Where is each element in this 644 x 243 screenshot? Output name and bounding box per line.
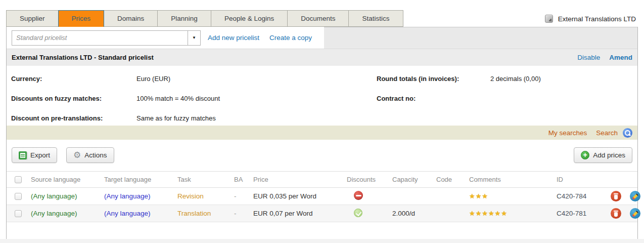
source-language-cell[interactable]: (Any language) xyxy=(31,192,104,200)
comments-stars: ★★★ xyxy=(469,192,557,200)
column-header-capacity: Capacity xyxy=(392,176,436,183)
price-cell: EUR 0,07 per Word xyxy=(253,210,347,217)
column-header-ba: BA xyxy=(234,176,253,183)
pricelist-title: External Translations LTD - Standard pri… xyxy=(12,54,154,61)
id-cell: C420-784 xyxy=(557,192,606,200)
row-checkbox[interactable] xyxy=(15,210,22,217)
actions-label: Actions xyxy=(84,151,107,159)
pricelist-bar: Standard pricelist ▼ Add new pricelist C… xyxy=(7,27,637,49)
target-language-cell[interactable]: (Any language) xyxy=(104,210,177,217)
actions-button[interactable]: ⚙ Actions xyxy=(66,147,114,163)
pricelist-select[interactable]: Standard pricelist ▼ xyxy=(12,30,201,46)
tab-bar: SupplierPricesDomainsPlanningPeople & Lo… xyxy=(6,10,638,27)
source-language-cell[interactable]: (Any language) xyxy=(31,210,104,217)
company-icon xyxy=(545,15,553,23)
column-header-comments: Comments xyxy=(469,176,557,183)
round-totals-label: Round totals (in invoices): xyxy=(377,75,459,83)
prices-table: Source languageTarget languageTaskBAPric… xyxy=(7,171,637,222)
edit-icon[interactable] xyxy=(630,191,640,201)
currency-label: Currency: xyxy=(11,75,42,83)
toolbar: Export ⚙ Actions + Add prices xyxy=(7,140,637,171)
search-link[interactable]: Search xyxy=(596,129,618,137)
table-row: (Any language)(Any language)Translation-… xyxy=(7,205,637,222)
column-header-source-language: Source language xyxy=(31,176,104,183)
delete-icon[interactable] xyxy=(611,208,621,219)
plus-icon: + xyxy=(581,151,589,159)
tab-domains[interactable]: Domains xyxy=(104,10,158,27)
task-cell[interactable]: Revision xyxy=(177,192,234,200)
page: SupplierPricesDomainsPlanningPeople & Lo… xyxy=(0,0,644,243)
dropdown-arrow-icon[interactable]: ▼ xyxy=(188,31,200,45)
fuzzy-discount-value: 100% match = 40% discount xyxy=(136,95,220,102)
export-label: Export xyxy=(30,151,50,159)
pretranslation-discount-label: Discount on pre-translations: xyxy=(11,114,103,122)
tab-supplier[interactable]: Supplier xyxy=(6,10,59,27)
column-header-discounts: Discounts xyxy=(347,176,392,183)
tab-planning[interactable]: Planning xyxy=(157,10,211,27)
target-language-cell[interactable]: (Any language) xyxy=(104,192,177,200)
fuzzy-discount-label: Discounts on fuzzy matches: xyxy=(11,95,102,102)
amend-link[interactable]: Amend xyxy=(609,54,632,61)
column-header-target-language: Target language xyxy=(104,176,177,183)
search-icon[interactable] xyxy=(623,128,632,138)
comments-stars: ★★★★★★ xyxy=(469,210,557,217)
select-all-checkbox[interactable] xyxy=(15,176,22,183)
disable-link[interactable]: Disable xyxy=(577,54,600,61)
pricelist-bar-filler xyxy=(324,27,637,49)
excel-icon xyxy=(19,151,27,159)
currency-value: Euro (EUR) xyxy=(136,75,170,83)
export-button[interactable]: Export xyxy=(12,147,57,163)
column-header-id: ID xyxy=(557,176,606,183)
round-totals-value: 2 decimals (0,00) xyxy=(490,75,541,83)
tab-statistics[interactable]: Statistics xyxy=(348,10,403,27)
create-copy-link[interactable]: Create a copy xyxy=(269,34,312,42)
search-bar: My searches Search xyxy=(7,126,637,140)
page-footer-strip xyxy=(0,239,644,243)
pricelist-details: Currency: Euro (EUR) Discounts on fuzzy … xyxy=(7,66,637,126)
pricelist-select-value: Standard pricelist xyxy=(12,31,188,45)
delete-icon[interactable] xyxy=(611,191,621,201)
id-cell: C420-781 xyxy=(557,210,606,217)
add-prices-button[interactable]: + Add prices xyxy=(574,147,632,163)
tab-prices[interactable]: Prices xyxy=(58,10,105,27)
edit-icon[interactable] xyxy=(630,208,640,219)
price-cell: EUR 0,035 per Word xyxy=(253,192,347,200)
gear-icon: ⚙ xyxy=(73,151,81,159)
task-cell[interactable]: Translation xyxy=(177,210,234,217)
tab-people-logins[interactable]: People & Logins xyxy=(211,10,288,27)
no-discount-icon xyxy=(354,191,363,200)
account-indicator: External Translations LTD xyxy=(545,15,636,23)
column-header-price: Price xyxy=(253,176,347,183)
column-header-code: Code xyxy=(436,176,469,183)
contract-no-label: Contract no: xyxy=(377,95,416,102)
pricelist-header: External Translations LTD - Standard pri… xyxy=(7,49,637,66)
ba-cell: - xyxy=(234,210,253,217)
ba-cell: - xyxy=(234,192,253,200)
column-header-task: Task xyxy=(177,176,234,183)
pretranslation-discount-value: Same as for fuzzy matches xyxy=(136,114,216,122)
capacity-cell: 2.000/d xyxy=(392,210,436,217)
add-new-pricelist-link[interactable]: Add new pricelist xyxy=(208,34,259,42)
prices-table-header: Source languageTarget languageTaskBAPric… xyxy=(7,172,637,188)
row-checkbox[interactable] xyxy=(15,193,22,200)
discount-allowed-icon xyxy=(354,209,362,217)
account-name: External Translations LTD xyxy=(558,15,636,23)
tab-documents[interactable]: Documents xyxy=(287,10,349,27)
content-panel: Standard pricelist ▼ Add new pricelist C… xyxy=(6,27,638,240)
add-prices-label: Add prices xyxy=(593,151,625,159)
table-row: (Any language)(Any language)Revision-EUR… xyxy=(7,188,637,205)
my-searches-link[interactable]: My searches xyxy=(548,129,587,137)
